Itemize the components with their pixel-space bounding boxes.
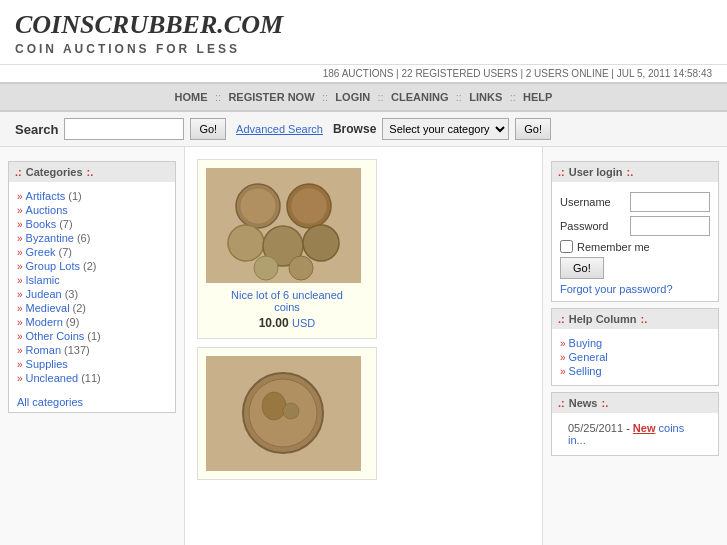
category-count: (7) (59, 218, 72, 230)
category-item: » Uncleaned (11) (17, 372, 167, 384)
category-link[interactable]: Auctions (26, 204, 68, 216)
nav-login[interactable]: LOGIN (335, 91, 370, 103)
search-go-button[interactable]: Go! (190, 118, 226, 140)
svg-point-2 (240, 188, 276, 224)
svg-point-8 (254, 256, 278, 280)
categories-list: » Artifacts (1)» Auctions » Books (7)» B… (9, 182, 175, 392)
nav-links[interactable]: LINKS (469, 91, 502, 103)
category-item: » Other Coins (1) (17, 330, 167, 342)
remember-me-label: Remember me (577, 241, 650, 253)
svg-point-13 (262, 392, 286, 420)
arrow-icon-selling: » (560, 366, 566, 377)
news-date: 05/25/2011 (568, 422, 623, 434)
nav-home[interactable]: HOME (175, 91, 208, 103)
category-link[interactable]: Greek (26, 246, 56, 258)
arrow-icon: » (17, 275, 23, 286)
svg-point-14 (283, 403, 299, 419)
product-image-2 (206, 356, 361, 471)
category-link[interactable]: Byzantine (26, 232, 74, 244)
browse-go-button[interactable]: Go! (515, 118, 551, 140)
category-link[interactable]: Modern (26, 316, 63, 328)
category-link[interactable]: Group Lots (26, 260, 80, 272)
svg-point-7 (303, 225, 339, 261)
remember-me-checkbox[interactable] (560, 240, 573, 253)
arrow-icon: » (17, 289, 23, 300)
category-item: » Modern (9) (17, 316, 167, 328)
category-item: » Books (7) (17, 218, 167, 230)
username-input[interactable] (630, 192, 710, 212)
search-label: Search (15, 122, 58, 137)
category-count: (11) (81, 372, 101, 384)
category-count: (3) (65, 288, 78, 300)
category-item: » Supplies (17, 358, 167, 370)
help-general-link[interactable]: General (569, 351, 608, 363)
category-select[interactable]: Select your category Artifacts (1)Auctio… (382, 118, 509, 140)
category-link[interactable]: Artifacts (26, 190, 66, 202)
svg-point-4 (291, 188, 327, 224)
arrow-icon: » (17, 247, 23, 258)
category-link[interactable]: Medieval (26, 302, 70, 314)
svg-point-9 (289, 256, 313, 280)
category-link[interactable]: Other Coins (26, 330, 85, 342)
help-buying-link[interactable]: Buying (569, 337, 603, 349)
categories-title: Categories (26, 166, 83, 178)
password-label: Password (560, 220, 624, 232)
arrow-icon: » (17, 261, 23, 272)
nav-cleaning[interactable]: CLEANING (391, 91, 448, 103)
product-title[interactable]: Nice lot of 6 uncleanedcoins (206, 289, 368, 313)
category-item: » Medieval (2) (17, 302, 167, 314)
category-item: » Byzantine (6) (17, 232, 167, 244)
category-item: » Judean (3) (17, 288, 167, 300)
category-item: » Artifacts (1) (17, 190, 167, 202)
arrow-icon: » (17, 303, 23, 314)
category-link[interactable]: Books (26, 218, 57, 230)
browse-label: Browse (333, 122, 376, 136)
category-count: (7) (59, 246, 72, 258)
news-item: 05/25/2011 - New coins in... (560, 422, 710, 446)
news-new-link[interactable]: New (633, 422, 656, 434)
stats-text: 186 AUCTIONS | 22 REGISTERED USERS | 2 U… (323, 68, 712, 79)
arrow-icon: » (17, 233, 23, 244)
arrow-icon: » (17, 331, 23, 342)
category-count: (6) (77, 232, 90, 244)
nav-sep-5: :: (510, 91, 516, 103)
nav-sep-4: :: (456, 91, 462, 103)
category-count: (137) (64, 344, 90, 356)
product-price: 10.00 USD (206, 316, 368, 330)
category-count: (1) (68, 190, 81, 202)
category-item: » Group Lots (2) (17, 260, 167, 272)
arrow-icon-buying: » (560, 338, 566, 349)
category-item: » Greek (7) (17, 246, 167, 258)
svg-point-5 (228, 225, 264, 261)
search-input[interactable] (64, 118, 184, 140)
advanced-search-link[interactable]: Advanced Search (236, 123, 323, 135)
category-link[interactable]: Supplies (26, 358, 68, 370)
category-link[interactable]: Islamic (26, 274, 60, 286)
category-item: » Auctions (17, 204, 167, 216)
arrow-icon: » (17, 205, 23, 216)
nav-sep-1: :: (215, 91, 221, 103)
nav-sep-2: :: (322, 91, 328, 103)
username-label: Username (560, 196, 624, 208)
news-dash: - (626, 422, 633, 434)
user-login-title: User login (569, 166, 623, 178)
help-column-title: Help Column (569, 313, 637, 325)
category-count: (2) (83, 260, 96, 272)
arrow-icon-general: » (560, 352, 566, 363)
password-input[interactable] (630, 216, 710, 236)
all-categories-link[interactable]: All categories (9, 392, 175, 412)
category-link[interactable]: Judean (26, 288, 62, 300)
arrow-icon: » (17, 219, 23, 230)
nav-register[interactable]: REGISTER NOW (228, 91, 314, 103)
arrow-icon: » (17, 359, 23, 370)
login-go-button[interactable]: Go! (560, 257, 604, 279)
logo-sub: COIN AUCTIONS FOR LESS (15, 42, 283, 56)
nav-help[interactable]: HELP (523, 91, 552, 103)
category-item: » Roman (137) (17, 344, 167, 356)
help-selling-link[interactable]: Selling (569, 365, 602, 377)
arrow-icon: » (17, 373, 23, 384)
logo-text: COINSCRUBBER.COM (15, 10, 283, 40)
category-link[interactable]: Roman (26, 344, 61, 356)
category-link[interactable]: Uncleaned (26, 372, 79, 384)
forgot-password-link[interactable]: Forgot your password? (552, 283, 718, 295)
